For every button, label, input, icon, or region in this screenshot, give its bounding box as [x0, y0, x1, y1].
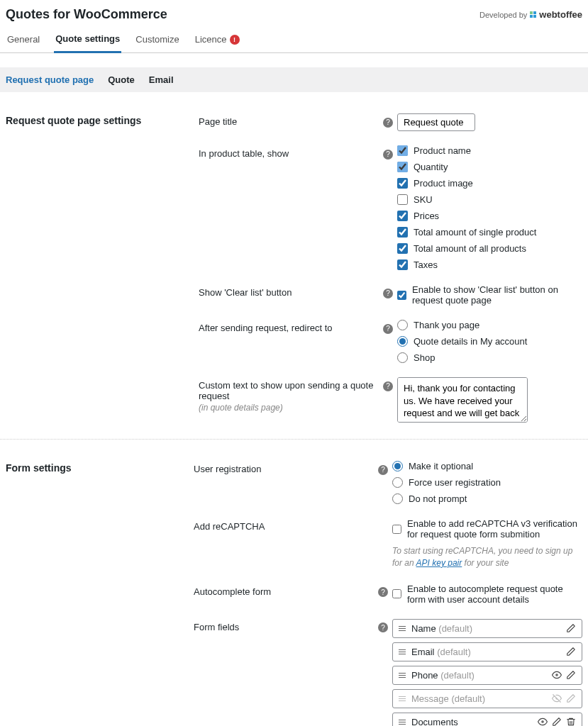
checkbox-label: Taxes: [414, 259, 438, 270]
subtab-request-quote-page[interactable]: Request quote page: [6, 67, 94, 92]
label-form-fields: Form fields: [194, 619, 378, 632]
drag-icon[interactable]: [399, 695, 406, 703]
help-icon[interactable]: ?: [383, 118, 393, 128]
checkbox-label: Product image: [414, 178, 473, 189]
eye-off-icon[interactable]: [552, 693, 562, 703]
radio-make-it-optional[interactable]: [392, 461, 403, 471]
form-field-item[interactable]: Phone (default): [392, 666, 582, 685]
label-autocomplete: Autocomplete form: [194, 583, 378, 597]
drag-icon[interactable]: [399, 718, 406, 726]
pencil-icon[interactable]: [566, 647, 576, 657]
tab-customize[interactable]: Customize: [134, 28, 180, 52]
checkbox-label: Product name: [414, 145, 471, 156]
drag-icon[interactable]: [399, 671, 406, 679]
subtab-email[interactable]: Email: [149, 67, 174, 92]
field-actions: [566, 623, 576, 633]
checkbox-total-amount-of-all-products[interactable]: [397, 243, 408, 254]
label-redirect: After sending request, redirect to: [199, 320, 383, 333]
help-icon[interactable]: ?: [383, 289, 393, 298]
help-icon[interactable]: ?: [383, 381, 393, 391]
checkbox-taxes[interactable]: [397, 259, 408, 270]
radio-label: Make it optional: [409, 461, 473, 471]
checkbox-product-image[interactable]: [397, 178, 408, 189]
drag-icon[interactable]: [399, 648, 406, 656]
field-name: Message (default): [411, 693, 546, 704]
developed-by: Developed by webtoffee: [479, 9, 582, 20]
checkbox-label: Total amount of single product: [414, 227, 536, 238]
pencil-icon[interactable]: [566, 693, 576, 703]
clear-list-checkbox[interactable]: [397, 290, 406, 301]
help-icon[interactable]: ?: [383, 324, 393, 334]
field-name: Email (default): [411, 647, 560, 657]
field-actions: [552, 670, 576, 680]
radio-label: Do not prompt: [409, 493, 467, 504]
tab-licence[interactable]: Licence!: [194, 28, 241, 52]
label-user-reg: User registration: [194, 461, 378, 474]
pencil-icon[interactable]: [552, 717, 562, 726]
pencil-icon[interactable]: [566, 623, 576, 633]
field-name: Name (default): [411, 623, 560, 634]
help-icon[interactable]: ?: [378, 622, 388, 632]
main-tabs: GeneralQuote settingsCustomizeLicence!: [0, 28, 588, 53]
pencil-icon[interactable]: [566, 670, 576, 680]
recaptcha-hint: To start using reCAPTCHA, you need to si…: [392, 545, 582, 569]
eye-icon[interactable]: [538, 717, 548, 726]
recaptcha-checkbox[interactable]: [392, 524, 401, 535]
label-page-title: Page title: [199, 113, 383, 127]
radio-label: Force user registration: [409, 477, 501, 488]
help-icon[interactable]: ?: [378, 465, 388, 475]
page-title-input[interactable]: [397, 113, 475, 131]
field-actions: [566, 647, 576, 657]
checkbox-product-name[interactable]: [397, 145, 408, 156]
field-actions: [552, 693, 576, 703]
form-field-item[interactable]: Message (default): [392, 689, 582, 708]
trash-icon[interactable]: [566, 717, 576, 726]
checkbox-label: Quantity: [414, 162, 448, 172]
checkbox-label: Prices: [414, 211, 439, 221]
radio-label: Thank you page: [414, 320, 479, 330]
autocomplete-text: Enable to autocomplete request quote for…: [407, 583, 582, 605]
form-field-item[interactable]: Documents: [392, 713, 582, 726]
checkbox-label: SKU: [414, 194, 433, 205]
eye-icon[interactable]: [552, 670, 562, 680]
page-title: Quotes for WooCommerce: [6, 7, 167, 22]
label-custom-text: Custom text to show upon sending a quote…: [199, 377, 383, 413]
radio-shop[interactable]: [397, 352, 408, 363]
label-product-table: In product table, show: [199, 145, 383, 159]
checkbox-total-amount-of-single-product[interactable]: [397, 227, 408, 238]
webtoffee-logo: webtoffee: [530, 9, 582, 20]
field-name: Phone (default): [411, 670, 546, 681]
alert-icon: !: [230, 35, 240, 45]
field-name: Documents: [411, 717, 532, 726]
form-field-item[interactable]: Name (default): [392, 619, 582, 638]
tab-quote-settings[interactable]: Quote settings: [54, 28, 121, 53]
help-icon[interactable]: ?: [378, 587, 388, 597]
checkbox-quantity[interactable]: [397, 162, 408, 172]
tab-general[interactable]: General: [6, 28, 41, 52]
radio-quote-details-in-my-account[interactable]: [397, 336, 408, 347]
checkbox-sku[interactable]: [397, 194, 408, 205]
radio-do-not-prompt[interactable]: [392, 493, 403, 504]
checkbox-label: Total amount of all products: [414, 243, 526, 254]
checkbox-prices[interactable]: [397, 211, 408, 221]
recaptcha-text: Enable to add reCAPTCHA v3 verification …: [407, 518, 582, 540]
api-key-link[interactable]: API key pair: [416, 558, 462, 568]
form-field-item[interactable]: Email (default): [392, 642, 582, 661]
section-title-form: Form settings: [6, 461, 194, 726]
drag-icon[interactable]: [399, 625, 406, 632]
autocomplete-checkbox[interactable]: [392, 588, 401, 599]
radio-force-user-registration[interactable]: [392, 477, 403, 488]
label-recaptcha: Add reCAPTCHA: [194, 518, 378, 532]
section-title-request-quote: Request quote page settings: [6, 113, 199, 425]
help-icon[interactable]: ?: [383, 150, 393, 160]
custom-text-textarea[interactable]: [397, 377, 528, 423]
subtab-quote[interactable]: Quote: [108, 67, 135, 92]
radio-thank-you-page[interactable]: [397, 320, 408, 330]
field-actions: [538, 717, 576, 726]
clear-list-text: Enable to show 'Clear list' button on re…: [412, 284, 582, 306]
radio-label: Shop: [414, 352, 435, 363]
radio-label: Quote details in My account: [414, 336, 527, 347]
label-clear-list: Show 'Clear list' button: [199, 284, 383, 298]
sub-tabs: Request quote pageQuoteEmail: [0, 67, 588, 92]
